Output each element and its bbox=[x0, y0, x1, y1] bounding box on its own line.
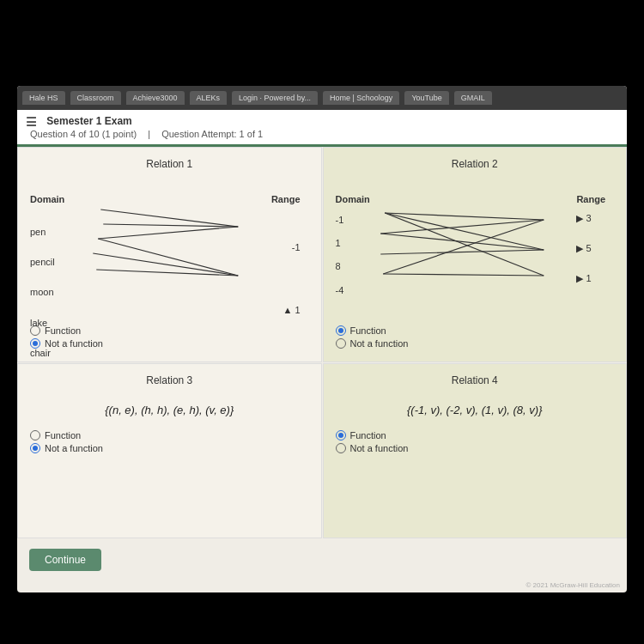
relation1-domain-header: Domain bbox=[30, 194, 77, 204]
svg-line-5 bbox=[98, 239, 238, 276]
tab-login[interactable]: Login · Powered by... bbox=[232, 91, 318, 105]
relation3-title: Relation 3 bbox=[30, 374, 309, 386]
relation3-function-option[interactable]: Function bbox=[30, 430, 309, 440]
svg-line-13 bbox=[383, 220, 544, 274]
relation4-function-label: Function bbox=[350, 430, 386, 440]
relation1-domain: Domain pen pencil moon lake chair bbox=[30, 194, 77, 359]
domain-item: 8 bbox=[336, 261, 370, 272]
continue-button[interactable]: Continue bbox=[29, 549, 101, 571]
relation4-set: {(-1, v), (-2, v), (1, v), (8, v)} bbox=[336, 404, 615, 416]
domain-item: moon bbox=[30, 287, 77, 298]
relation2-range-header: Range bbox=[576, 194, 605, 204]
relation2-quadrant: Relation 2 Domain -1 1 8 -4 Range ▶ 3 ▶ … bbox=[323, 147, 628, 362]
relation4-function-option[interactable]: Function bbox=[336, 430, 615, 440]
domain-item: pencil bbox=[30, 257, 77, 268]
svg-line-12 bbox=[385, 213, 544, 276]
tab-achieve[interactable]: Achieve3000 bbox=[126, 91, 185, 105]
screen: Hale HS Classroom Achieve3000 ALEKs Logi… bbox=[17, 86, 627, 592]
page-header: ☰ Semester 1 Exam Question 4 of 10 (1 po… bbox=[17, 110, 627, 147]
relation4-notfunction-option[interactable]: Not a function bbox=[336, 443, 615, 453]
relation2-function-option[interactable]: Function bbox=[336, 325, 615, 336]
relation1-range-header: Range bbox=[271, 194, 301, 204]
svg-line-8 bbox=[380, 220, 544, 234]
separator: | bbox=[148, 129, 153, 139]
domain-item: lake bbox=[30, 318, 77, 329]
relation4-title: Relation 4 bbox=[336, 374, 615, 386]
relation2-title: Relation 2 bbox=[336, 158, 615, 170]
domain-item: 1 bbox=[336, 238, 370, 249]
relation2-function-radio[interactable] bbox=[336, 325, 346, 336]
range-item: ▲ 1 bbox=[283, 305, 300, 316]
relation2-lines bbox=[336, 177, 615, 319]
svg-line-4 bbox=[96, 270, 238, 276]
relation2-mapping: Domain -1 1 8 -4 Range ▶ 3 ▶ 5 ▶ 1 bbox=[336, 177, 615, 319]
menu-icon[interactable]: ☰ bbox=[26, 115, 37, 129]
relation4-quadrant: Relation 4 {(-1, v), (-2, v), (1, v), (8… bbox=[323, 363, 628, 538]
relation4-function-radio[interactable] bbox=[336, 430, 346, 440]
relation2-notfunction-label: Not a function bbox=[350, 338, 409, 349]
domain-item: pen bbox=[30, 227, 77, 238]
svg-line-1 bbox=[103, 224, 238, 227]
relation1-mapping: Domain pen pencil moon lake chair Range … bbox=[30, 177, 309, 319]
main-content: Relation 1 Domain pen pencil moon lake c… bbox=[17, 147, 627, 538]
domain-item: -4 bbox=[336, 285, 370, 296]
relation2-notfunction-radio[interactable] bbox=[336, 338, 346, 349]
relation2-range: Range ▶ 3 ▶ 5 ▶ 1 bbox=[576, 194, 605, 285]
attempt-info: Question Attempt: 1 of 1 bbox=[161, 129, 263, 139]
relation4-options: Function Not a function bbox=[336, 430, 615, 453]
relation1-title: Relation 1 bbox=[30, 158, 309, 170]
tab-youtube[interactable]: YouTube bbox=[404, 91, 448, 105]
course-title: Semester 1 Exam bbox=[46, 115, 131, 127]
svg-line-6 bbox=[385, 213, 544, 220]
relation3-quadrant: Relation 3 {(n, e), (h, h), (e, h), (v, … bbox=[17, 363, 322, 538]
svg-line-3 bbox=[93, 253, 238, 276]
svg-line-11 bbox=[383, 274, 544, 276]
tab-classroom[interactable]: Classroom bbox=[70, 91, 121, 105]
domain-item: -1 bbox=[336, 215, 370, 226]
tab-gmail[interactable]: GMAIL bbox=[454, 91, 492, 105]
relation4-notfunction-radio[interactable] bbox=[336, 443, 346, 453]
range-item: ▶ 3 bbox=[576, 213, 605, 224]
range-item: -1 bbox=[292, 242, 301, 253]
relation3-set: {(n, e), (h, h), (e, h), (v, e)} bbox=[30, 404, 309, 416]
relation2-function-label: Function bbox=[350, 325, 386, 336]
relation4-notfunction-label: Not a function bbox=[350, 443, 409, 453]
relation3-function-radio[interactable] bbox=[30, 430, 40, 440]
relation3-function-label: Function bbox=[45, 430, 81, 440]
relation2-domain-header: Domain bbox=[336, 194, 370, 204]
relation3-options: Function Not a function bbox=[30, 430, 309, 453]
relation2-domain: Domain -1 1 8 -4 bbox=[336, 194, 370, 296]
domain-item: chair bbox=[30, 348, 77, 359]
range-item: ▶ 5 bbox=[576, 243, 605, 254]
relation1-range: Range -1 ▲ 1 bbox=[275, 194, 301, 316]
relation3-notfunction-radio[interactable] bbox=[30, 443, 40, 453]
svg-line-7 bbox=[385, 213, 544, 250]
copyright-text: © 2021 McGraw-Hill Education bbox=[526, 581, 621, 589]
svg-line-0 bbox=[100, 210, 238, 227]
tab-hale[interactable]: Hale HS bbox=[22, 91, 65, 105]
relation3-notfunction-label: Not a function bbox=[45, 443, 103, 453]
svg-line-10 bbox=[380, 250, 544, 254]
relation2-options: Function Not a function bbox=[336, 325, 615, 349]
relation1-quadrant: Relation 1 Domain pen pencil moon lake c… bbox=[17, 147, 322, 362]
relation3-notfunction-option[interactable]: Not a function bbox=[30, 443, 309, 453]
range-item: ▶ 1 bbox=[576, 273, 605, 284]
question-info: Question 4 of 10 (1 point) bbox=[30, 129, 137, 139]
relation2-notfunction-option[interactable]: Not a function bbox=[336, 338, 615, 349]
svg-line-2 bbox=[98, 227, 238, 239]
tab-aleks[interactable]: ALEKs bbox=[190, 91, 228, 105]
footer: Continue bbox=[17, 538, 627, 581]
tab-home[interactable]: Home | Schoology bbox=[323, 91, 399, 105]
browser-bar: Hale HS Classroom Achieve3000 ALEKs Logi… bbox=[17, 86, 627, 110]
svg-line-9 bbox=[380, 234, 544, 250]
